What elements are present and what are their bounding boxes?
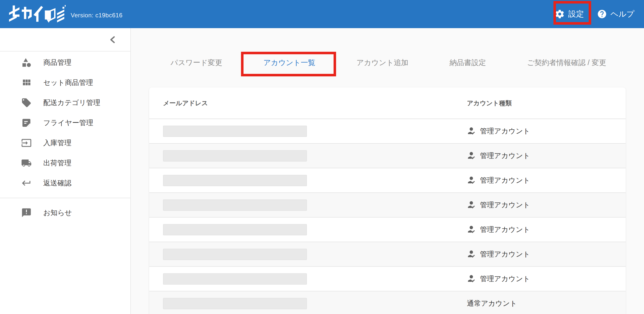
account-type-label: 通常アカウント bbox=[467, 299, 517, 308]
column-header-email: メールアドレス bbox=[163, 99, 467, 107]
account-type-cell: 管理アカウント bbox=[467, 200, 530, 210]
table-row: 通常アカウント bbox=[149, 291, 626, 314]
table-body: 管理アカウント 管理アカウント bbox=[149, 119, 626, 314]
account-type-label: 管理アカウント bbox=[480, 225, 530, 234]
tab-account-add[interactable]: アカウント追加 bbox=[356, 58, 408, 68]
account-type-label: 管理アカウント bbox=[480, 176, 530, 185]
account-type-label: 管理アカウント bbox=[480, 151, 530, 161]
redacted-email-placeholder bbox=[163, 175, 307, 186]
account-type-cell: 管理アカウント bbox=[467, 126, 530, 136]
person-check-icon bbox=[467, 249, 477, 259]
truck-icon bbox=[21, 158, 32, 168]
redacted-email-placeholder bbox=[163, 199, 307, 211]
person-check-icon bbox=[467, 175, 477, 185]
view-module-icon bbox=[21, 77, 32, 88]
tab-delivery-note-settings[interactable]: 納品書設定 bbox=[450, 58, 486, 68]
account-type-label: 管理アカウント bbox=[480, 126, 530, 136]
sidebar-item-label: 入庫管理 bbox=[43, 138, 71, 148]
person-check-icon bbox=[467, 151, 477, 161]
table-row: 管理アカウント bbox=[149, 193, 626, 218]
sidebar-item-label: お知らせ bbox=[43, 208, 72, 218]
tab-account-list[interactable]: アカウント一覧 bbox=[263, 58, 315, 68]
account-type-cell: 管理アカウント bbox=[467, 225, 530, 235]
account-type-cell: 管理アカウント bbox=[467, 151, 530, 161]
sidebar-item-notifications[interactable]: お知らせ bbox=[0, 203, 130, 223]
table-row: 管理アカウント bbox=[149, 242, 626, 267]
gear-icon bbox=[555, 9, 565, 19]
table-row: 管理アカウント bbox=[149, 119, 626, 144]
table-header: メールアドレス アカウント種類 bbox=[149, 87, 626, 119]
redacted-email-placeholder bbox=[163, 273, 307, 285]
sidebar-item-label: 配送カテゴリ管理 bbox=[43, 98, 100, 108]
sidebar-item-label: 商品管理 bbox=[43, 58, 71, 67]
main-content: パスワード変更アカウント一覧アカウント追加納品書設定ご契約者情報確認 / 変更 … bbox=[131, 28, 644, 314]
account-type-label: 管理アカウント bbox=[480, 200, 530, 210]
sidebar-item-label: 返送確認 bbox=[43, 178, 71, 188]
person-check-icon bbox=[467, 200, 477, 210]
sidebar-item-label: 出荷管理 bbox=[43, 158, 71, 168]
sidebar-item-inbound-management[interactable]: 入庫管理 bbox=[0, 133, 130, 153]
sidebar-item-return-confirmation[interactable]: 返送確認 bbox=[0, 173, 130, 193]
account-type-cell: 管理アカウント bbox=[467, 175, 530, 185]
table-row: 管理アカウント bbox=[149, 144, 626, 168]
redacted-email-placeholder bbox=[163, 150, 307, 162]
sidebar-item-label: フライヤー管理 bbox=[43, 118, 93, 128]
sidebar-item-flyer-management[interactable]: フライヤー管理 bbox=[0, 113, 130, 133]
sekailogi-logo[interactable] bbox=[9, 5, 66, 23]
person-check-icon bbox=[467, 126, 477, 136]
tab-bar: パスワード変更アカウント一覧アカウント追加納品書設定ご契約者情報確認 / 変更 bbox=[131, 55, 644, 71]
category-icon bbox=[21, 57, 32, 68]
sidebar-item-product-management[interactable]: 商品管理 bbox=[0, 53, 130, 73]
account-type-cell: 管理アカウント bbox=[467, 274, 530, 284]
table-row: 管理アカウント bbox=[149, 218, 626, 242]
redacted-email-placeholder bbox=[163, 249, 307, 260]
account-type-cell: 管理アカウント bbox=[467, 249, 530, 259]
sidebar-collapse-bar bbox=[0, 28, 130, 51]
account-type-label: 管理アカウント bbox=[480, 274, 530, 284]
tab-contractor-info[interactable]: ご契約者情報確認 / 変更 bbox=[527, 58, 606, 68]
help-label: ヘルプ bbox=[611, 9, 634, 19]
tag-icon bbox=[21, 97, 32, 108]
column-header-account-type: アカウント種類 bbox=[467, 99, 612, 107]
account-type-label: 管理アカウント bbox=[480, 249, 530, 259]
sidebar-item-label: セット商品管理 bbox=[43, 78, 93, 87]
settings-label: 設定 bbox=[568, 9, 584, 19]
help-icon bbox=[597, 9, 607, 19]
sidebar-item-shipping-category-management[interactable]: 配送カテゴリ管理 bbox=[0, 93, 130, 113]
help-button[interactable]: ヘルプ bbox=[597, 9, 634, 19]
redacted-email-placeholder bbox=[163, 298, 307, 309]
sidebar: 商品管理 セット商品管理 配送カテゴリ管理 フライヤー管理 bbox=[0, 28, 131, 314]
return-arrow-icon bbox=[21, 178, 32, 188]
settings-button[interactable]: 設定 bbox=[555, 9, 584, 19]
table-row: 管理アカウント bbox=[149, 168, 626, 193]
account-type-cell: 通常アカウント bbox=[467, 299, 517, 308]
redacted-email-placeholder bbox=[163, 126, 307, 137]
sidebar-nav: 商品管理 セット商品管理 配送カテゴリ管理 フライヤー管理 bbox=[0, 51, 130, 223]
announcement-icon bbox=[21, 207, 32, 218]
input-icon bbox=[21, 138, 32, 148]
account-list-card: メールアドレス アカウント種類 管理アカウント bbox=[149, 87, 626, 314]
person-check-icon bbox=[467, 225, 477, 235]
note-icon bbox=[21, 118, 32, 128]
version-label: Version: c19bc616 bbox=[71, 12, 123, 19]
person-check-icon bbox=[467, 274, 477, 284]
sidebar-divider bbox=[0, 198, 130, 198]
sidebar-item-outbound-management[interactable]: 出荷管理 bbox=[0, 153, 130, 173]
redacted-email-placeholder bbox=[163, 224, 307, 235]
tab-password-change[interactable]: パスワード変更 bbox=[171, 58, 222, 68]
app-bar: Version: c19bc616 設定 ヘルプ bbox=[0, 0, 644, 28]
chevron-left-icon[interactable] bbox=[108, 35, 118, 44]
table-row: 管理アカウント bbox=[149, 267, 626, 291]
sidebar-item-set-product-management[interactable]: セット商品管理 bbox=[0, 73, 130, 93]
